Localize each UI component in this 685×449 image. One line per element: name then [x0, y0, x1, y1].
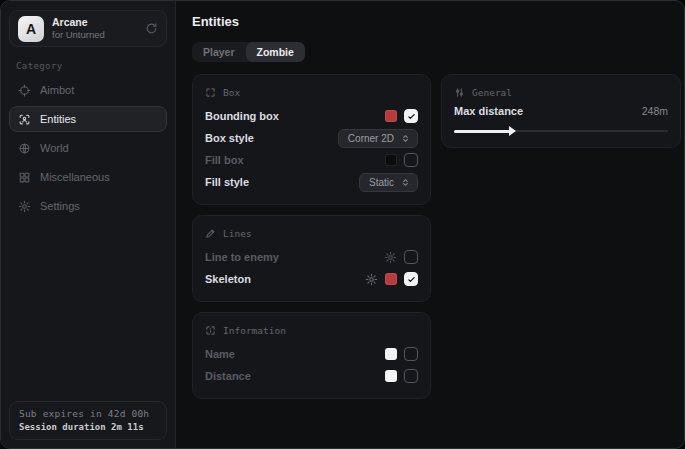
general-card: General Max distance 248m — [441, 74, 681, 148]
page-title: Entities — [192, 14, 681, 29]
max-distance-value: 248m — [642, 105, 668, 117]
setting-label: Box style — [205, 132, 338, 144]
sidebar-item-miscellaneous[interactable]: Miscellaneous — [9, 164, 167, 190]
box-style-dropdown[interactable]: Corner 2D — [338, 129, 418, 148]
setting-row-line-to-enemy: Line to enemy — [205, 246, 418, 268]
app-window: A Arcane for Unturned Category Aimbot — [0, 0, 685, 449]
row-controls — [385, 347, 418, 361]
setting-label: Distance — [205, 370, 385, 382]
checkbox-distance[interactable] — [404, 369, 418, 383]
setting-row-distance: Distance — [205, 365, 418, 387]
setting-row-name: Name — [205, 343, 418, 365]
color-swatch[interactable] — [385, 154, 397, 166]
setting-label: Bounding box — [205, 110, 385, 122]
sidebar-nav: Aimbot Entities World — [9, 77, 167, 219]
settings-gear-icon[interactable] — [384, 251, 397, 264]
sidebar-item-label: Settings — [40, 200, 80, 212]
fill-style-dropdown[interactable]: Static — [359, 173, 418, 192]
checkbox-fill-box[interactable] — [404, 153, 418, 167]
color-swatch[interactable] — [385, 370, 397, 382]
sidebar-item-label: Entities — [40, 113, 76, 125]
setting-label: Name — [205, 348, 385, 360]
app-title: Arcane — [52, 17, 137, 29]
app-logo: A — [18, 16, 44, 42]
sub-expiry-text: Sub expires in 42d 00h — [19, 408, 157, 419]
row-controls — [384, 250, 418, 264]
max-distance-slider[interactable] — [454, 126, 668, 136]
information-card-header: Information — [205, 325, 418, 336]
pencil-icon — [205, 228, 216, 239]
lines-card-title: Lines — [223, 228, 252, 239]
sidebar-item-entities[interactable]: Entities — [9, 106, 167, 132]
setting-row-max-distance: Max distance 248m — [454, 105, 668, 117]
slider-fill — [454, 130, 510, 133]
tab-zombie[interactable]: Zombie — [246, 42, 305, 62]
checkbox-name[interactable] — [404, 347, 418, 361]
chevron-updown-icon — [401, 178, 410, 187]
setting-row-box-style: Box style Corner 2D — [205, 127, 418, 149]
entities-scan-icon — [18, 113, 31, 126]
general-card-header: General — [454, 87, 668, 98]
box-card: Box Bounding box Box style — [192, 74, 431, 205]
setting-label: Fill style — [205, 176, 359, 188]
session-duration-text: Session duration 2m 11s — [19, 422, 157, 432]
sidebar-item-label: Miscellaneous — [40, 171, 110, 183]
lines-card: Lines Line to enemy — [192, 215, 431, 302]
row-controls: Static — [359, 173, 418, 192]
sidebar-item-label: Aimbot — [40, 84, 74, 96]
app-meta: Arcane for Unturned — [52, 17, 137, 40]
color-swatch[interactable] — [385, 273, 397, 285]
refresh-icon[interactable] — [145, 22, 158, 35]
grid-icon — [18, 171, 31, 184]
category-label: Category — [16, 61, 167, 71]
globe-icon — [18, 142, 31, 155]
left-column: Box Bounding box Box style — [192, 74, 431, 399]
box-corners-icon — [205, 87, 216, 98]
setting-row-skeleton: Skeleton — [205, 268, 418, 290]
slider-handle — [509, 126, 516, 136]
checkbox-bounding-box[interactable] — [404, 109, 418, 123]
setting-row-fill-box: Fill box — [205, 149, 418, 171]
crosshair-icon — [18, 84, 31, 97]
chevron-updown-icon — [401, 134, 410, 143]
row-controls — [385, 369, 418, 383]
subscription-info-box: Sub expires in 42d 00h Session duration … — [9, 401, 167, 440]
sidebar-item-label: World — [40, 142, 69, 154]
scan-info-icon — [205, 325, 216, 336]
dropdown-value: Static — [369, 177, 394, 188]
setting-label: Line to enemy — [205, 251, 384, 263]
checkbox-skeleton[interactable] — [404, 272, 418, 286]
sliders-icon — [454, 87, 465, 98]
app-header-card: A Arcane for Unturned — [9, 10, 167, 47]
box-card-header: Box — [205, 87, 418, 98]
sidebar-item-aimbot[interactable]: Aimbot — [9, 77, 167, 103]
settings-gear-icon[interactable] — [365, 273, 378, 286]
color-swatch[interactable] — [385, 348, 397, 360]
row-controls — [385, 153, 418, 167]
row-controls — [365, 272, 418, 286]
tab-player[interactable]: Player — [192, 42, 246, 62]
setting-label: Fill box — [205, 154, 385, 166]
lines-card-header: Lines — [205, 228, 418, 239]
general-card-title: General — [472, 87, 512, 98]
right-column: General Max distance 248m — [441, 74, 681, 148]
cards-columns: Box Bounding box Box style — [192, 74, 681, 399]
sidebar-item-settings[interactable]: Settings — [9, 193, 167, 219]
setting-label: Max distance — [454, 105, 642, 117]
checkbox-line-to-enemy[interactable] — [404, 250, 418, 264]
box-card-title: Box — [223, 87, 240, 98]
sidebar-item-world[interactable]: World — [9, 135, 167, 161]
gear-icon — [18, 200, 31, 213]
information-card-title: Information — [223, 325, 286, 336]
information-card: Information Name Distance — [192, 312, 431, 399]
color-swatch[interactable] — [385, 110, 397, 122]
check-icon — [407, 275, 416, 284]
entity-tabs: Player Zombie — [192, 42, 305, 62]
main-content: Entities Player Zombie Box — [176, 1, 685, 448]
row-controls: Corner 2D — [338, 129, 418, 148]
setting-row-fill-style: Fill style Static — [205, 171, 418, 193]
setting-label: Skeleton — [205, 273, 365, 285]
dropdown-value: Corner 2D — [348, 133, 394, 144]
check-icon — [407, 112, 416, 121]
sidebar: A Arcane for Unturned Category Aimbot — [1, 1, 176, 448]
